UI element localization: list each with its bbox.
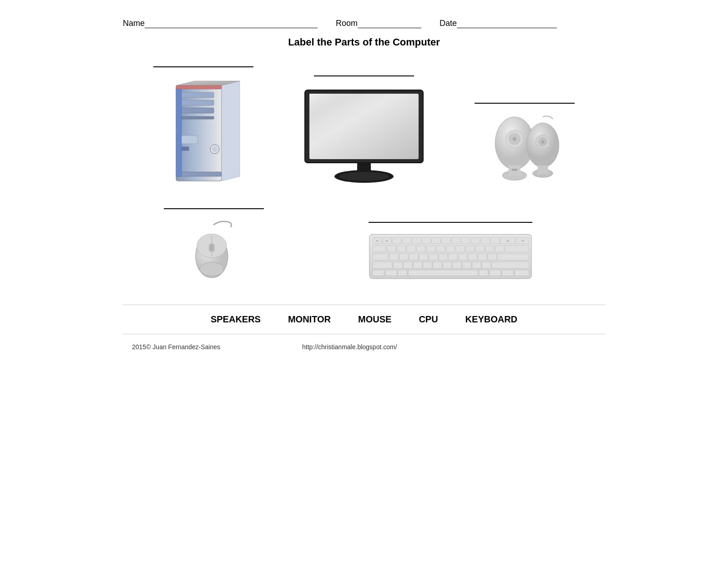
svg-rect-72: [409, 254, 418, 260]
svg-rect-75: [439, 254, 448, 260]
svg-rect-79: [478, 254, 487, 260]
svg-rect-49: [461, 237, 470, 244]
svg-rect-69: [373, 254, 388, 260]
room-field: [358, 18, 421, 28]
word-bank: SPEAKERS MONITOR MOUSE CPU KEYBOARD: [123, 305, 605, 334]
svg-rect-100: [502, 270, 513, 276]
svg-rect-96: [398, 270, 407, 276]
monitor-container: [300, 75, 428, 186]
cpu-label-line: [153, 66, 253, 67]
svg-marker-1: [222, 81, 240, 181]
svg-rect-51: [481, 237, 490, 244]
svg-rect-70: [389, 254, 399, 260]
svg-rect-47: [441, 237, 450, 244]
svg-rect-42: [392, 237, 401, 244]
footer: 2015© Juan Fernandez-Saines http://chris…: [123, 343, 605, 351]
word-cpu: CPU: [419, 314, 438, 325]
svg-rect-57: [397, 246, 406, 252]
top-parts-row: [123, 66, 605, 186]
svg-rect-83: [394, 262, 403, 268]
svg-rect-4: [180, 100, 214, 105]
svg-rect-58: [407, 246, 416, 252]
header: Name Room Date: [123, 18, 605, 28]
svg-rect-3: [180, 92, 214, 98]
svg-rect-85: [413, 262, 422, 268]
mouse-icon: [184, 218, 243, 282]
svg-rect-88: [443, 262, 452, 268]
svg-rect-44: [412, 237, 421, 244]
page-title: Label the Parts of the Computer: [123, 36, 605, 48]
svg-rect-43: [402, 237, 411, 244]
svg-rect-101: [515, 270, 529, 276]
cpu-container: [140, 66, 267, 186]
svg-rect-81: [498, 254, 529, 260]
speakers-icon: [484, 113, 566, 186]
copyright-text: 2015© Juan Fernandez-Saines: [132, 343, 220, 351]
svg-rect-78: [468, 254, 477, 260]
monitor-label-line: [314, 75, 414, 76]
word-speakers: SPEAKERS: [211, 314, 261, 325]
keyboard-icon: ctrl alt alt ctrl: [369, 232, 532, 282]
svg-rect-45: [422, 237, 431, 244]
word-keyboard: KEYBOARD: [465, 314, 517, 325]
svg-rect-26: [512, 169, 517, 171]
svg-rect-92: [482, 262, 491, 268]
bottom-parts-row: ctrl alt alt ctrl: [123, 208, 605, 282]
svg-rect-82: [373, 262, 392, 268]
svg-text:alt: alt: [507, 240, 509, 242]
svg-text:alt: alt: [386, 240, 388, 242]
svg-rect-71: [399, 254, 409, 260]
svg-rect-62: [446, 246, 455, 252]
svg-rect-90: [462, 262, 471, 268]
svg-rect-65: [475, 246, 485, 252]
svg-rect-66: [485, 246, 495, 252]
name-field: [145, 18, 318, 28]
svg-rect-46: [432, 237, 441, 244]
svg-rect-52: [490, 237, 500, 244]
svg-text:ctrl: ctrl: [376, 240, 379, 242]
svg-rect-99: [490, 270, 501, 276]
svg-rect-60: [426, 246, 435, 252]
speakers-label-line: [475, 103, 575, 104]
svg-rect-98: [479, 270, 488, 276]
svg-rect-11: [176, 172, 222, 176]
svg-rect-87: [433, 262, 442, 268]
monitor-icon: [300, 85, 428, 186]
speakers-container: [461, 103, 588, 186]
svg-rect-67: [495, 246, 504, 252]
svg-rect-91: [472, 262, 481, 268]
svg-rect-73: [419, 254, 428, 260]
svg-rect-63: [456, 246, 465, 252]
svg-rect-77: [458, 254, 467, 260]
svg-rect-89: [453, 262, 462, 268]
svg-rect-37: [210, 245, 213, 251]
svg-text:ctrl: ctrl: [521, 240, 524, 242]
mouse-label-line: [164, 208, 264, 209]
date-label: Date: [440, 19, 457, 28]
mouse-container: [150, 208, 278, 282]
svg-point-25: [513, 137, 517, 141]
svg-rect-56: [387, 246, 396, 252]
svg-rect-61: [436, 246, 445, 252]
url-text: http://christianmale.blogspot.com/: [302, 343, 397, 351]
svg-rect-6: [180, 116, 214, 119]
svg-rect-74: [429, 254, 438, 260]
room-label: Room: [336, 19, 358, 28]
keyboard-container: ctrl alt alt ctrl: [359, 222, 541, 282]
svg-rect-76: [449, 254, 458, 260]
svg-rect-84: [404, 262, 413, 268]
svg-point-38: [200, 262, 223, 276]
name-label: Name: [123, 19, 145, 28]
svg-rect-94: [373, 270, 384, 276]
svg-rect-97: [408, 270, 478, 276]
svg-rect-5: [180, 108, 214, 113]
svg-rect-64: [465, 246, 475, 252]
svg-rect-55: [373, 246, 386, 252]
svg-rect-29: [538, 166, 548, 175]
svg-point-32: [541, 140, 545, 143]
svg-rect-50: [471, 237, 480, 244]
cpu-tower-icon: [162, 76, 244, 186]
svg-rect-68: [505, 246, 529, 252]
svg-rect-13: [176, 89, 182, 176]
svg-rect-0: [176, 85, 222, 181]
